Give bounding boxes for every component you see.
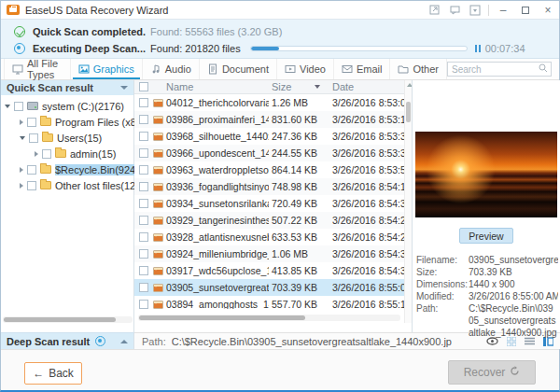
file-name: 03894_amongghosts_1440x900... bbox=[166, 299, 269, 309]
file-list-horizontal-scrollbar[interactable] bbox=[138, 315, 400, 321]
row-checkbox[interactable] bbox=[139, 283, 148, 292]
row-checkbox[interactable] bbox=[139, 182, 148, 191]
row-checkbox[interactable] bbox=[139, 98, 148, 107]
chevron-down-icon[interactable] bbox=[5, 105, 10, 108]
file-row[interactable]: 03966_upondescent_1440x900...244.55 KB3/… bbox=[134, 145, 404, 161]
image-icon bbox=[78, 63, 90, 75]
maximize-button[interactable] bbox=[514, 1, 537, 19]
tree-checkbox[interactable] bbox=[27, 118, 36, 127]
preview-button[interactable]: Preview bbox=[459, 228, 513, 244]
tree-item-other-lost-files[interactable]: Other lost files(1234) bbox=[1, 177, 133, 193]
quick-scan-status-row: Quick Scan completed. Found: 55563 files… bbox=[14, 24, 552, 39]
search-icon[interactable] bbox=[539, 63, 548, 75]
chevron-right-icon[interactable] bbox=[20, 119, 23, 125]
file-row[interactable]: 03894_amongghosts_1440x900...557.70 KB3/… bbox=[134, 296, 404, 309]
row-checkbox[interactable] bbox=[139, 249, 148, 259]
detail-value: 3/26/2016 8:55:00 AM bbox=[469, 290, 558, 302]
image-file-icon bbox=[153, 149, 163, 158]
file-row[interactable]: 03968_silhouette_1440x900.jpg247.36 KB3/… bbox=[134, 128, 404, 145]
minimize-button[interactable]: – bbox=[492, 1, 514, 19]
deep-scan-result-header[interactable]: Deep Scan result bbox=[1, 332, 134, 349]
file-list-header: Name Size Date bbox=[134, 80, 412, 94]
tab-graphics[interactable]: Graphics bbox=[71, 59, 143, 79]
row-checkbox[interactable] bbox=[139, 132, 148, 141]
chevron-right-icon[interactable] bbox=[35, 151, 38, 157]
file-size: 247.36 KB bbox=[272, 131, 328, 142]
tab-video[interactable]: Video bbox=[277, 59, 334, 79]
select-all-checkbox[interactable] bbox=[139, 82, 148, 91]
file-row[interactable]: 03917_wdc56upclose_1440x90...413.85 KB3/… bbox=[134, 262, 404, 279]
menu-icon[interactable] bbox=[465, 1, 485, 19]
folder-tree-panel: Quick Scan result system (C:)(2176) Prog… bbox=[1, 80, 134, 332]
file-list-rows: 04012_therichcolorvariationsof...1.26 MB… bbox=[134, 94, 404, 309]
pause-button[interactable] bbox=[475, 45, 481, 52]
feedback-icon[interactable] bbox=[444, 1, 465, 19]
file-row[interactable]: 04012_therichcolorvariationsof...1.26 MB… bbox=[134, 94, 404, 111]
row-checkbox[interactable] bbox=[139, 199, 148, 208]
tree-checkbox[interactable] bbox=[42, 149, 51, 159]
file-row[interactable]: 03928_atlantisnexusnebula_144...633.53 K… bbox=[134, 229, 404, 245]
tree-checkbox[interactable] bbox=[27, 165, 36, 175]
file-row[interactable]: 03963_waterdroppletsonsunro...864.14 KB3… bbox=[134, 161, 404, 178]
image-file-icon bbox=[153, 233, 163, 242]
image-file-icon bbox=[153, 166, 163, 175]
titlebar-separator bbox=[488, 5, 489, 16]
image-file-icon bbox=[153, 133, 163, 141]
tree-item-recycle-bin[interactable]: $Recycle.Bin(924) bbox=[1, 161, 133, 177]
tree-item-system-c[interactable]: system (C:)(2176) bbox=[1, 98, 133, 114]
chevron-down-icon[interactable] bbox=[20, 136, 25, 140]
tree-checkbox[interactable] bbox=[29, 133, 38, 143]
tree-checkbox[interactable] bbox=[14, 102, 23, 111]
chevron-right-icon[interactable] bbox=[20, 167, 23, 173]
tab-email[interactable]: Email bbox=[334, 59, 391, 79]
file-row[interactable]: 03936_fogandlightsinyosemite...748.98 KB… bbox=[134, 178, 404, 195]
file-size: 1.26 MB bbox=[272, 97, 328, 108]
file-row[interactable]: 03924_milleniumbridge_1440x9...1.06 MB3/… bbox=[134, 245, 404, 262]
file-list-vertical-scrollbar[interactable] bbox=[404, 80, 412, 323]
file-row[interactable]: 03905_sunsetovergreatsaltlake...703.39 K… bbox=[134, 279, 404, 296]
row-checkbox[interactable] bbox=[139, 300, 148, 309]
sort-arrow-icon[interactable] bbox=[315, 85, 320, 89]
tree-checkbox[interactable] bbox=[27, 181, 36, 190]
document-icon bbox=[207, 63, 218, 75]
row-checkbox[interactable] bbox=[139, 216, 148, 225]
recover-button[interactable]: Recover bbox=[448, 360, 536, 385]
file-size: 1.06 MB bbox=[272, 248, 328, 259]
file-row[interactable]: 03934_sunsetonsrilanka_1440x...720.49 KB… bbox=[134, 195, 404, 212]
title-bar: EaseUS Data Recovery Wizard – × bbox=[1, 1, 559, 20]
tab-document[interactable]: Document bbox=[200, 59, 277, 79]
tree-horizontal-scrollbar[interactable] bbox=[3, 316, 133, 323]
folder-icon bbox=[42, 133, 53, 142]
chevron-up-icon[interactable] bbox=[120, 340, 128, 343]
row-checkbox[interactable] bbox=[139, 148, 148, 158]
capture-icon[interactable] bbox=[424, 1, 444, 19]
row-checkbox[interactable] bbox=[139, 232, 148, 242]
tab-all-file-types[interactable]: All File Types bbox=[4, 59, 71, 79]
file-date: 3/26/2016 8:54:36 AM bbox=[332, 265, 404, 276]
tab-audio[interactable]: Audio bbox=[143, 59, 200, 79]
tree-item-users[interactable]: Users(15) bbox=[1, 130, 133, 146]
row-checkbox[interactable] bbox=[139, 165, 148, 175]
tree-item-admin[interactable]: admin(15) bbox=[1, 146, 133, 161]
file-name: 03928_atlantisnexusnebula_144... bbox=[166, 231, 269, 243]
search-box bbox=[447, 62, 552, 77]
chevron-right-icon[interactable] bbox=[20, 183, 23, 189]
back-button[interactable]: ← Back bbox=[24, 362, 82, 385]
file-row[interactable]: 03986_proximainferi_1440x900...831.60 KB… bbox=[134, 111, 404, 128]
file-row[interactable]: 03929_tangerinesinthesky_1440...507.22 K… bbox=[134, 212, 404, 229]
quick-scan-result-header[interactable]: Quick Scan result bbox=[1, 80, 133, 95]
search-input[interactable] bbox=[448, 64, 539, 75]
chevron-down-icon[interactable] bbox=[120, 86, 128, 90]
row-checkbox[interactable] bbox=[139, 266, 148, 275]
tab-other[interactable]: Other bbox=[390, 59, 447, 79]
tree-item-program-files[interactable]: Program Files (x86)(3) bbox=[1, 114, 133, 130]
scrollbar-thumb[interactable] bbox=[406, 102, 411, 122]
column-header-size[interactable]: Size bbox=[272, 81, 291, 92]
close-button[interactable]: × bbox=[537, 1, 559, 19]
image-file-icon bbox=[153, 217, 163, 225]
window-title: EaseUS Data Recovery Wizard bbox=[25, 5, 168, 16]
column-header-name[interactable]: Name bbox=[166, 81, 193, 92]
detail-value: 03905_sunsetovergreatsaltlake... bbox=[469, 254, 558, 266]
row-checkbox[interactable] bbox=[139, 115, 148, 124]
column-header-date[interactable]: Date bbox=[332, 81, 354, 92]
